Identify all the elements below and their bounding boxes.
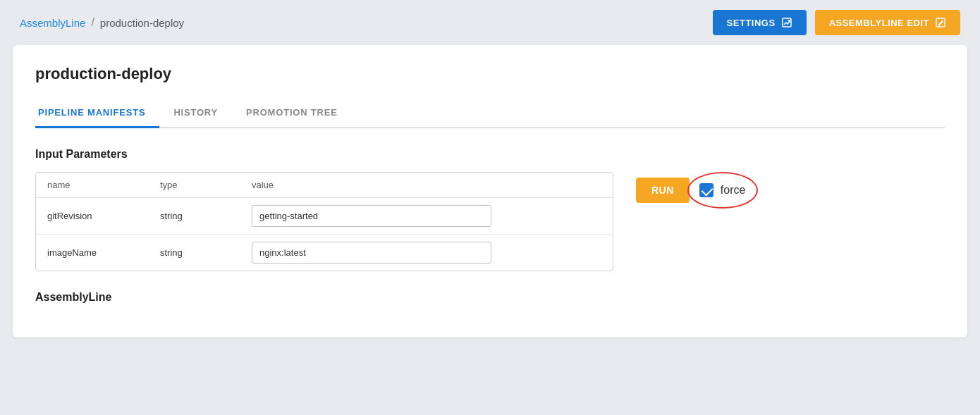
run-button[interactable]: RUN (636, 178, 690, 203)
params-table: name type value gitRevision string (36, 173, 613, 271)
col-header-name: name (36, 173, 149, 198)
row1-value-cell (240, 198, 613, 235)
top-bar: AssemblyLine / production-deploy SETTING… (0, 0, 980, 45)
section-title: Input Parameters (35, 148, 945, 161)
tab-history[interactable]: HISTORY (171, 100, 232, 128)
assemblyline-section-title: AssemblyLine (35, 291, 945, 304)
col-header-type: type (149, 173, 240, 198)
table-row: imageName string (36, 235, 613, 271)
row1-type: string (149, 198, 240, 235)
assemblyline-section: AssemblyLine (35, 291, 945, 304)
row1-value-input[interactable] (252, 205, 491, 227)
breadcrumb-link[interactable]: AssemblyLine (20, 17, 85, 29)
force-label[interactable]: force (721, 184, 746, 197)
params-layout: name type value gitRevision string (35, 172, 945, 271)
row1-name: gitRevision (36, 198, 149, 235)
force-container: force (699, 183, 746, 197)
row2-value-input[interactable] (252, 242, 491, 264)
main-card: production-deploy PIPELINE MANIFESTS HIS… (13, 45, 967, 337)
assemblyline-edit-button[interactable]: ASSEMBLYLINE EDIT (815, 10, 960, 35)
settings-button[interactable]: SETTINGS (713, 10, 807, 35)
settings-edit-icon (781, 17, 792, 28)
table-row: gitRevision string (36, 198, 613, 235)
breadcrumb-separator: / (91, 16, 94, 29)
assemblyline-edit-icon (935, 17, 946, 28)
tab-pipeline-manifests[interactable]: PIPELINE MANIFESTS (35, 100, 159, 128)
settings-label: SETTINGS (727, 18, 776, 28)
force-checkbox[interactable] (699, 183, 713, 197)
top-buttons: SETTINGS ASSEMBLYLINE EDIT (713, 10, 960, 35)
breadcrumb-current: production-deploy (100, 17, 184, 29)
tabs: PIPELINE MANIFESTS HISTORY PROMOTION TRE… (35, 100, 945, 128)
run-section: RUN force (636, 172, 745, 203)
breadcrumb: AssemblyLine / production-deploy (20, 16, 184, 29)
params-table-wrapper: name type value gitRevision string (35, 172, 613, 271)
tab-promotion-tree[interactable]: PROMOTION TREE (243, 100, 352, 128)
col-header-value: value (240, 173, 613, 198)
row2-name: imageName (36, 235, 149, 271)
page-title: production-deploy (35, 65, 945, 83)
row2-value-cell (240, 235, 613, 271)
row2-type: string (149, 235, 240, 271)
input-parameters-section: Input Parameters name type value gitRevi… (35, 148, 945, 271)
assemblyline-edit-label: ASSEMBLYLINE EDIT (829, 18, 929, 28)
